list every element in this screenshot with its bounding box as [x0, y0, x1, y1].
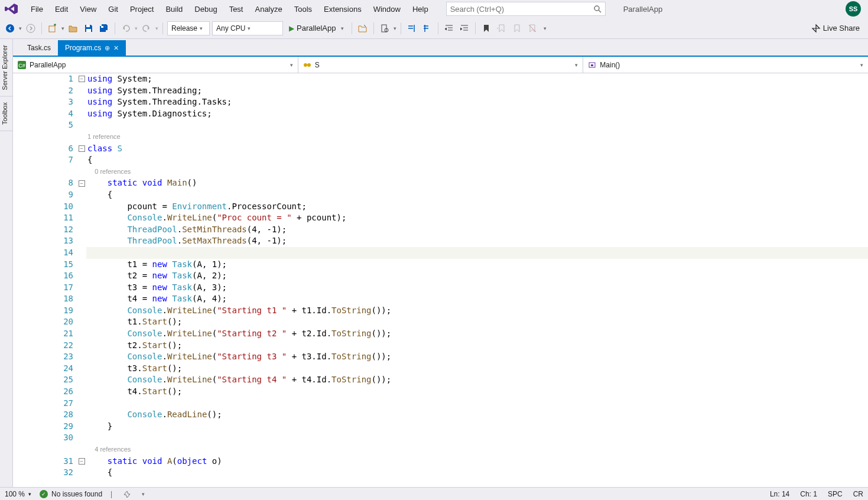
- solution-title: ParallelApp: [623, 5, 663, 14]
- side-tool-tabs: Server Explorer Toolbox: [0, 39, 13, 487]
- decrease-indent-button[interactable]: [443, 22, 456, 35]
- save-button[interactable]: [82, 22, 95, 35]
- toolbox-tab[interactable]: Toolbox: [0, 96, 12, 131]
- codelens[interactable]: 4 references: [86, 444, 868, 456]
- uncomment-button[interactable]: [421, 22, 434, 35]
- project-combo[interactable]: C# ParallelApp▾: [13, 57, 298, 73]
- codelens[interactable]: 1 reference: [86, 131, 868, 143]
- menu-extensions[interactable]: Extensions: [318, 2, 368, 16]
- new-project-button[interactable]: [46, 22, 59, 35]
- zoom-level[interactable]: 100 %▾: [5, 490, 31, 498]
- solution-config-dropdown[interactable]: Release▾: [167, 21, 210, 35]
- svg-point-13: [304, 63, 307, 67]
- svg-point-14: [307, 63, 311, 67]
- live-share-button[interactable]: Live Share: [807, 24, 864, 33]
- tab-program-cs[interactable]: Program.cs ⊕ ✕: [58, 40, 126, 56]
- comment-button[interactable]: [405, 22, 418, 35]
- svg-rect-4: [49, 26, 55, 32]
- search-input[interactable]: [450, 5, 593, 14]
- clear-bookmarks-button[interactable]: [526, 22, 539, 35]
- save-all-button[interactable]: [97, 22, 110, 35]
- line-number-gutter: 1234567891011121314151617181920212223242…: [13, 73, 77, 487]
- tab-task-cs[interactable]: Task.cs: [20, 40, 58, 56]
- codelens[interactable]: 0 references: [86, 166, 868, 178]
- bookmark-button[interactable]: [480, 22, 493, 35]
- fold-toggle[interactable]: −: [79, 458, 85, 465]
- menu-project[interactable]: Project: [124, 2, 160, 16]
- svg-text:C#: C#: [18, 63, 25, 69]
- svg-line-1: [599, 10, 601, 12]
- menu-items: FileEditViewGitProjectBuildDebugTestAnal…: [25, 2, 434, 16]
- issues-indicator[interactable]: ✓ No issues found: [40, 490, 102, 498]
- close-icon[interactable]: ✕: [113, 44, 119, 52]
- svg-point-2: [6, 24, 14, 33]
- member-combo[interactable]: Main()▾: [583, 57, 868, 73]
- find-in-files-button[interactable]: [378, 22, 391, 35]
- indent-mode[interactable]: SPC: [828, 490, 843, 498]
- open-file-button[interactable]: [67, 22, 80, 35]
- menu-build[interactable]: Build: [160, 2, 188, 16]
- undo-button[interactable]: [119, 22, 132, 35]
- menu-edit[interactable]: Edit: [49, 2, 74, 16]
- menu-test[interactable]: Test: [223, 2, 249, 16]
- health-indicator-icon[interactable]: [121, 488, 134, 501]
- next-bookmark-button[interactable]: [511, 22, 524, 35]
- fold-toggle[interactable]: −: [79, 145, 85, 152]
- fold-toggle[interactable]: −: [79, 76, 85, 82]
- code-content[interactable]: using System;using System.Threading;usin…: [86, 73, 868, 487]
- menu-tools[interactable]: Tools: [288, 2, 318, 16]
- cursor-char: Ch: 1: [800, 490, 817, 498]
- menu-window[interactable]: Window: [368, 2, 407, 16]
- redo-button[interactable]: [140, 22, 153, 35]
- standard-toolbar: ▾ ▾ ▾ ▾ Release▾ Any CPU▾ ▶ParallelApp▾ …: [0, 18, 868, 39]
- menu-git[interactable]: Git: [102, 2, 124, 16]
- fold-column: −−−−: [77, 73, 86, 487]
- solution-platform-dropdown[interactable]: Any CPU▾: [212, 21, 283, 35]
- prev-bookmark-button[interactable]: [495, 22, 508, 35]
- menu-file[interactable]: File: [25, 2, 49, 16]
- class-icon: [303, 61, 311, 69]
- svg-point-3: [27, 24, 35, 33]
- menu-analyze[interactable]: Analyze: [249, 2, 288, 16]
- browse-button[interactable]: [356, 22, 369, 35]
- navigation-bar: C# ParallelApp▾ S▾ Main()▾: [13, 57, 868, 73]
- code-editor[interactable]: 1234567891011121314151617181920212223242…: [13, 73, 868, 487]
- user-avatar[interactable]: SS: [846, 1, 861, 17]
- method-icon: [588, 61, 596, 69]
- server-explorer-tab[interactable]: Server Explorer: [0, 39, 12, 96]
- search-icon: [593, 5, 602, 13]
- menu-debug[interactable]: Debug: [188, 2, 223, 16]
- svg-rect-7: [101, 26, 103, 28]
- menu-view[interactable]: View: [74, 2, 102, 16]
- line-ending[interactable]: CR: [853, 490, 863, 498]
- editor-status-bar: 100 %▾ ✓ No issues found | ▾ Ln: 14 Ch: …: [0, 487, 868, 500]
- class-combo[interactable]: S▾: [298, 57, 584, 73]
- start-debug-button[interactable]: ▶ParallelApp▾: [285, 21, 347, 35]
- nav-forward-button[interactable]: [24, 22, 37, 35]
- vs-logo-icon: [2, 3, 20, 15]
- document-tabs: Task.cs Program.cs ⊕ ✕: [13, 39, 868, 57]
- menu-help[interactable]: Help: [407, 2, 434, 16]
- svg-rect-6: [86, 29, 91, 32]
- check-icon: ✓: [40, 490, 48, 498]
- csharp-project-icon: C#: [18, 61, 26, 69]
- quick-search[interactable]: [446, 2, 606, 16]
- cursor-line: Ln: 14: [770, 490, 789, 498]
- increase-indent-button[interactable]: [458, 22, 471, 35]
- svg-rect-5: [86, 25, 90, 27]
- pin-icon[interactable]: ⊕: [105, 44, 110, 52]
- fold-toggle[interactable]: −: [79, 180, 85, 187]
- svg-rect-16: [591, 64, 593, 66]
- svg-point-0: [594, 6, 599, 11]
- menu-bar: FileEditViewGitProjectBuildDebugTestAnal…: [0, 0, 868, 18]
- nav-back-button[interactable]: [4, 22, 17, 35]
